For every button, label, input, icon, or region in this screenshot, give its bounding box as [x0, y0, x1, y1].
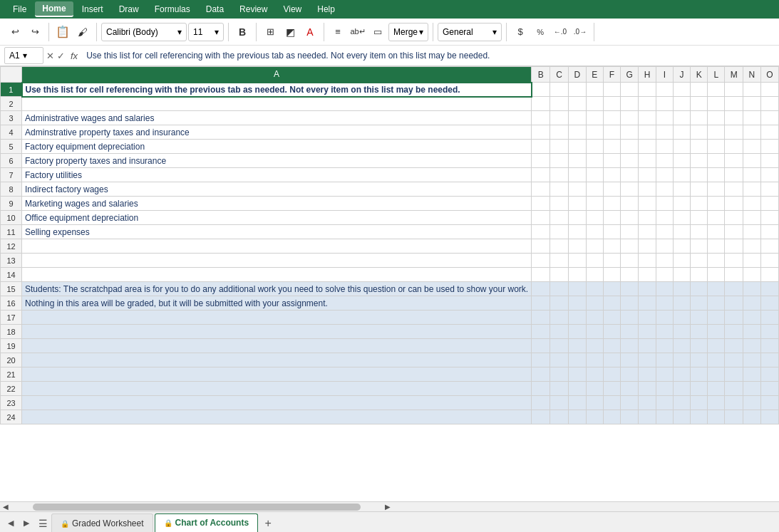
cell-H12[interactable] [639, 239, 656, 254]
cell-K20[interactable] [691, 353, 708, 367]
bold-button[interactable]: B [233, 23, 252, 41]
col-header-M[interactable]: M [725, 67, 743, 83]
cell-N15[interactable] [743, 282, 761, 296]
cell-E1[interactable] [586, 83, 603, 97]
cell-G21[interactable] [621, 367, 639, 382]
cell-C13[interactable] [550, 254, 569, 268]
cell-M2[interactable] [725, 97, 743, 111]
cell-O12[interactable] [760, 239, 778, 254]
row-header-19[interactable]: 19 [1, 339, 22, 353]
cell-E23[interactable] [586, 396, 603, 410]
cell-F15[interactable] [603, 282, 620, 296]
cell-J11[interactable] [673, 225, 690, 239]
cell-L4[interactable] [708, 125, 725, 140]
row-header-1[interactable]: 1 [1, 83, 22, 97]
cell-E24[interactable] [586, 410, 603, 424]
cell-N18[interactable] [743, 325, 761, 339]
cell-L13[interactable] [708, 254, 725, 268]
cell-L11[interactable] [708, 225, 725, 239]
cell-A15[interactable]: Students: The scratchpad area is for you… [22, 282, 532, 296]
cell-O13[interactable] [760, 254, 778, 268]
add-sheet-button[interactable]: + [259, 515, 277, 532]
cell-C18[interactable] [550, 325, 569, 339]
cell-I15[interactable] [656, 282, 673, 296]
cell-I23[interactable] [656, 396, 673, 410]
cell-E13[interactable] [586, 254, 603, 268]
cell-L20[interactable] [708, 353, 725, 367]
cell-J18[interactable] [673, 325, 690, 339]
cell-C22[interactable] [550, 382, 569, 396]
cell-K2[interactable] [691, 97, 708, 111]
cell-M8[interactable] [725, 182, 743, 197]
row-header-6[interactable]: 6 [1, 154, 22, 168]
cell-B12[interactable] [532, 239, 550, 254]
menu-file[interactable]: File [6, 2, 33, 16]
tab-nav-next[interactable]: ▶ [19, 516, 34, 531]
cell-L14[interactable] [708, 268, 725, 282]
menu-view[interactable]: View [276, 2, 309, 16]
cell-M9[interactable] [725, 197, 743, 211]
cell-D11[interactable] [569, 225, 587, 239]
menu-home[interactable]: Home [35, 1, 73, 17]
cell-H24[interactable] [639, 410, 656, 424]
cell-N5[interactable] [743, 140, 761, 154]
cell-G18[interactable] [621, 325, 639, 339]
cell-J15[interactable] [673, 282, 690, 296]
row-header-20[interactable]: 20 [1, 353, 22, 367]
cell-G20[interactable] [621, 353, 639, 367]
cell-B4[interactable] [532, 125, 550, 140]
col-header-A[interactable]: A [22, 67, 532, 83]
cell-K5[interactable] [691, 140, 708, 154]
cell-D10[interactable] [569, 211, 587, 225]
cell-C7[interactable] [550, 168, 569, 182]
cell-F8[interactable] [603, 182, 620, 197]
cell-G24[interactable] [621, 410, 639, 424]
cell-K6[interactable] [691, 154, 708, 168]
cell-H6[interactable] [639, 154, 656, 168]
cell-E4[interactable] [586, 125, 603, 140]
cell-D13[interactable] [569, 254, 587, 268]
row-header-2[interactable]: 2 [1, 97, 22, 111]
cell-B8[interactable] [532, 182, 550, 197]
cell-J16[interactable] [673, 296, 690, 311]
font-color-button[interactable]: A [301, 23, 319, 41]
cell-K23[interactable] [691, 396, 708, 410]
cell-M13[interactable] [725, 254, 743, 268]
cell-M17[interactable] [725, 311, 743, 325]
cell-D4[interactable] [569, 125, 587, 140]
cell-E10[interactable] [586, 211, 603, 225]
cell-K1[interactable] [691, 83, 708, 97]
cell-K8[interactable] [691, 182, 708, 197]
cell-G4[interactable] [621, 125, 639, 140]
cell-N4[interactable] [743, 125, 761, 140]
cell-O20[interactable] [760, 353, 778, 367]
cell-E12[interactable] [586, 239, 603, 254]
cell-M6[interactable] [725, 154, 743, 168]
clipboard-button[interactable]: 📋 [53, 23, 72, 41]
cell-L21[interactable] [708, 367, 725, 382]
cell-F9[interactable] [603, 197, 620, 211]
row-header-16[interactable]: 16 [1, 296, 22, 311]
cell-M20[interactable] [725, 353, 743, 367]
cell-C21[interactable] [550, 367, 569, 382]
cell-E18[interactable] [586, 325, 603, 339]
tab-chart-of-accounts[interactable]: 🔒 Chart of Accounts [155, 513, 259, 533]
cell-J6[interactable] [673, 154, 690, 168]
cell-B24[interactable] [532, 410, 550, 424]
cell-H18[interactable] [639, 325, 656, 339]
cell-J21[interactable] [673, 367, 690, 382]
cell-C19[interactable] [550, 339, 569, 353]
col-header-G[interactable]: G [621, 67, 639, 83]
cell-A7[interactable]: Factory utilities [22, 168, 532, 182]
cell-O18[interactable] [760, 325, 778, 339]
cell-L5[interactable] [708, 140, 725, 154]
cell-I20[interactable] [656, 353, 673, 367]
merge-selector[interactable]: Merge ▾ [388, 23, 428, 41]
cell-N8[interactable] [743, 182, 761, 197]
cell-J20[interactable] [673, 353, 690, 367]
cell-A3[interactable]: Administrative wages and salaries [22, 111, 532, 125]
cell-B17[interactable] [532, 311, 550, 325]
cell-D15[interactable] [569, 282, 587, 296]
cell-C24[interactable] [550, 410, 569, 424]
row-header-13[interactable]: 13 [1, 254, 22, 268]
